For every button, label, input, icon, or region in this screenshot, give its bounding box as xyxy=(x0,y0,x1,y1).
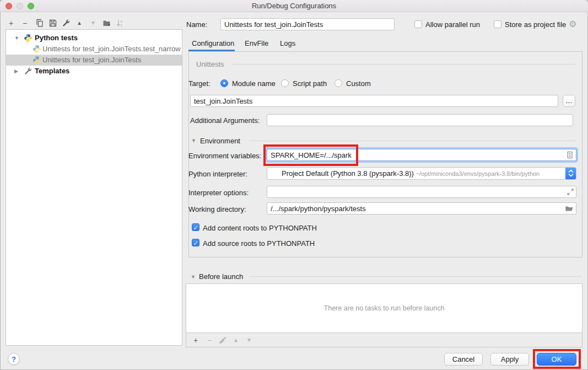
before-launch-empty-message: There are no tasks to run before launch xyxy=(324,304,445,312)
move-task-up-button[interactable]: ▲ xyxy=(231,336,240,345)
tree-group-label: Templates xyxy=(35,66,69,77)
templates-wrench-icon xyxy=(24,67,33,76)
select-stepper[interactable] xyxy=(565,167,576,180)
additional-arguments-input[interactable] xyxy=(267,114,573,126)
name-label: Name: xyxy=(186,20,207,29)
add-content-roots-label: Add content roots to PYTHONPATH xyxy=(203,224,317,232)
tab-configuration[interactable]: Configuration xyxy=(192,39,234,50)
allow-parallel-run-label: Allow parallel run xyxy=(425,20,480,29)
window-title: Run/Debug Configurations xyxy=(0,2,588,10)
tree-item-label: Unittests for test_join.JoinTests xyxy=(42,55,141,66)
tree-group-python-tests[interactable]: ▼ Python tests xyxy=(6,33,182,44)
move-down-button[interactable]: ▼ xyxy=(89,19,98,28)
section-divider xyxy=(249,141,575,141)
interpreter-options-label: Interpreter options: xyxy=(188,189,249,197)
working-directory-label: Working directory: xyxy=(188,205,246,213)
add-source-roots-checkbox[interactable]: ✓ xyxy=(192,239,199,246)
python-interpreter-select[interactable]: Project Default (Python 3.8 (pyspark-3.8… xyxy=(267,167,576,180)
environment-collapse-icon[interactable]: ▼ xyxy=(191,138,196,143)
create-folder-button[interactable] xyxy=(103,19,111,28)
minus-icon: − xyxy=(205,336,214,345)
edit-templates-button[interactable] xyxy=(62,19,71,28)
tree-group-label: Python tests xyxy=(35,33,78,44)
allow-parallel-run-checkbox[interactable] xyxy=(414,20,422,28)
radio-custom[interactable] xyxy=(335,79,342,87)
python-tests-icon xyxy=(24,34,33,42)
browse-module-button[interactable]: … xyxy=(563,95,575,107)
configurations-tree: ▼ Python tests Unittests for test_join.J… xyxy=(6,29,182,346)
copy-configuration-button[interactable] xyxy=(35,19,44,28)
python-test-icon xyxy=(33,45,41,53)
remove-configuration-button[interactable]: − xyxy=(20,19,29,28)
plus-icon: + xyxy=(7,19,15,28)
tab-envfile[interactable]: EnvFile xyxy=(245,39,268,50)
before-launch-task-list[interactable]: There are no tasks to run before launch xyxy=(186,284,582,333)
working-directory-input[interactable] xyxy=(267,202,576,215)
add-source-roots-label: Add source roots to PYTHONPATH xyxy=(203,239,315,248)
move-up-icon: ▲ xyxy=(231,336,240,345)
store-as-project-file-label: Store as project file xyxy=(505,20,566,29)
ok-button[interactable]: OK xyxy=(537,353,576,366)
name-input[interactable] xyxy=(220,18,395,30)
radio-module-name-label: Module name xyxy=(232,79,276,88)
sort-az-icon xyxy=(116,19,125,28)
radio-script-path[interactable] xyxy=(281,79,289,87)
browse-folder-icon[interactable] xyxy=(565,204,574,213)
edit-task-button[interactable] xyxy=(218,336,227,345)
store-as-project-file-checkbox[interactable] xyxy=(494,20,501,28)
environment-section-title[interactable]: Environment xyxy=(200,137,240,145)
add-configuration-button[interactable]: + xyxy=(7,19,15,28)
new-folder-icon xyxy=(103,19,111,28)
move-down-icon: ▼ xyxy=(245,336,253,345)
unittests-section-title: Unittests xyxy=(196,60,224,68)
move-up-icon: ▲ xyxy=(75,19,84,28)
minus-icon: − xyxy=(20,19,29,28)
conda-environment-icon xyxy=(271,169,279,178)
environment-variables-label: Environment variables: xyxy=(188,152,261,160)
move-up-button[interactable]: ▲ xyxy=(75,19,84,28)
tree-item-test-narrow[interactable]: Unittests for test_join.JoinTests.test_n… xyxy=(6,44,182,55)
run-debug-configurations-dialog: Run/Debug Configurations + − ▲ ▼ ▼ Pytho… xyxy=(0,0,588,370)
help-button[interactable]: ? xyxy=(8,353,20,365)
before-launch-section-title[interactable]: Before launch xyxy=(199,272,243,281)
python-interpreter-label: Python interpreter: xyxy=(188,170,247,178)
environment-variables-input[interactable] xyxy=(267,149,576,161)
pencil-icon xyxy=(218,336,227,345)
apply-button[interactable]: Apply xyxy=(490,353,529,366)
move-down-icon: ▼ xyxy=(89,19,98,28)
interpreter-options-input[interactable] xyxy=(267,186,576,198)
additional-arguments-label: Additional Arguments: xyxy=(190,116,260,125)
copy-icon xyxy=(35,19,44,28)
tree-collapsed-icon[interactable]: ▶ xyxy=(14,66,18,77)
tab-logs[interactable]: Logs xyxy=(280,39,295,50)
target-label: Target: xyxy=(188,79,211,88)
radio-script-path-label: Script path xyxy=(293,79,327,88)
tree-group-templates[interactable]: ▶ Templates xyxy=(6,66,182,77)
tree-item-label: Unittests for test_join.JoinTests.test_n… xyxy=(42,44,181,55)
up-down-chevrons-icon xyxy=(568,168,574,178)
python-test-icon xyxy=(33,56,41,65)
radio-module-name[interactable] xyxy=(220,79,228,87)
section-divider xyxy=(249,276,581,277)
sort-configurations-button[interactable] xyxy=(116,19,125,28)
title-bar: Run/Debug Configurations xyxy=(0,0,588,12)
tree-item-jointests-selected[interactable]: Unittests for test_join.JoinTests xyxy=(6,55,182,66)
expand-field-icon[interactable] xyxy=(566,187,575,196)
add-task-button[interactable]: + xyxy=(191,336,200,345)
section-divider xyxy=(233,64,575,65)
remove-task-button[interactable]: − xyxy=(205,336,214,345)
plus-icon: + xyxy=(191,336,200,345)
add-content-roots-checkbox[interactable]: ✓ xyxy=(192,223,199,231)
save-icon xyxy=(48,19,57,28)
interpreter-name: Project Default (Python 3.8 (pyspark-3.8… xyxy=(282,169,414,178)
before-launch-collapse-icon[interactable]: ▼ xyxy=(191,274,196,280)
tree-expanded-icon[interactable]: ▼ xyxy=(14,33,19,44)
before-launch-panel: There are no tasks to run before launch … xyxy=(186,283,582,347)
move-task-down-button[interactable]: ▼ xyxy=(245,336,253,345)
save-configuration-button[interactable] xyxy=(48,19,57,28)
gear-icon[interactable]: ⚙ xyxy=(569,20,576,29)
wrench-icon xyxy=(62,19,71,28)
edit-variables-icon[interactable] xyxy=(565,151,574,159)
cancel-button[interactable]: Cancel xyxy=(444,353,483,366)
module-name-input[interactable] xyxy=(190,95,558,107)
